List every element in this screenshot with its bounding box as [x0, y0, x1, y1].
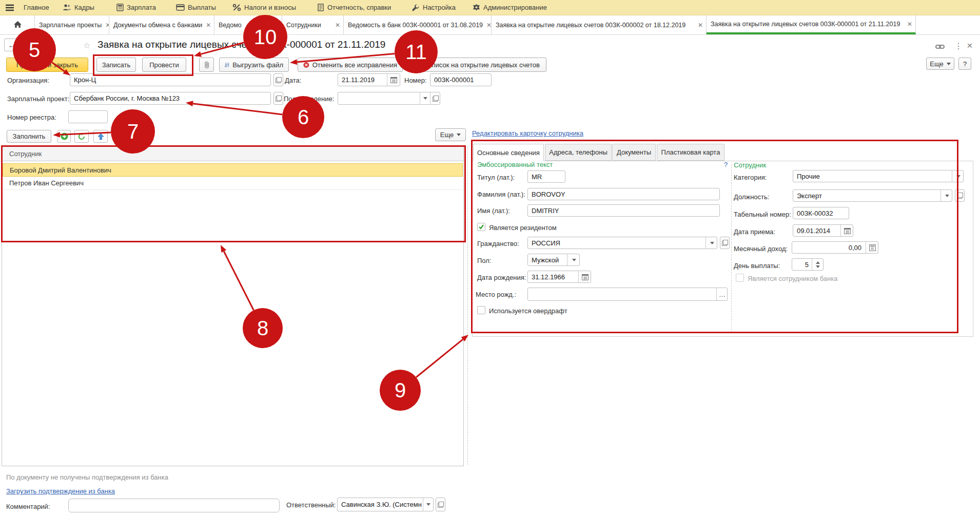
menu-item-8[interactable]: Администрирование [473, 0, 547, 15]
move-up-button[interactable] [93, 130, 108, 143]
tab-close-icon[interactable]: ✕ [334, 22, 340, 29]
menu-item-2[interactable]: Кадры [63, 0, 94, 15]
tab-close-icon[interactable]: ✕ [204, 22, 211, 29]
toolbar-more-button[interactable]: Еще [926, 58, 954, 70]
menu-item-3[interactable]: Зарплата [116, 0, 156, 15]
responsible-dropdown-button[interactable] [423, 498, 434, 511]
refresh-icon [77, 132, 86, 141]
window-tab-2[interactable]: Документы обмена с банками✕ [109, 15, 214, 34]
post-and-close-button[interactable]: Провести и закрыть [6, 58, 88, 72]
window-tab-3[interactable]: Ведомо [214, 15, 282, 34]
gear-icon [473, 4, 480, 11]
report-icon [317, 4, 324, 11]
project-open-button[interactable] [273, 92, 283, 105]
chevron-down-icon [423, 97, 427, 100]
more-dots-icon[interactable]: ⋮ [954, 41, 963, 51]
menu-item-5[interactable]: Налоги и взносы [232, 0, 296, 15]
window-tab-5[interactable]: Ведомость в банк 00ЗК-000001 от 31.08.20… [344, 15, 492, 34]
menu-item-6[interactable]: Отчетность, справки [317, 0, 391, 15]
project-label: Зарплатный проект: [7, 95, 69, 103]
tab-close-icon[interactable]: ✕ [104, 22, 109, 29]
comment-label: Комментарий: [6, 503, 50, 510]
calculator-icon [116, 4, 124, 11]
window-tab-6[interactable]: Заявка на открытие лицевых счетов 00ЗК-0… [492, 15, 707, 34]
hamburger-menu-button[interactable] [5, 0, 14, 15]
number-input[interactable]: 00ЗК-000001 [430, 73, 492, 86]
comment-input[interactable] [68, 499, 280, 512]
card-icon [176, 4, 185, 11]
page-title: Заявка на открытие лицевых счетов 00ЗК-0… [97, 39, 385, 50]
registry-label: Номер реестра: [7, 113, 56, 121]
annotation-arrow-6 [193, 104, 282, 115]
window-tab-0[interactable] [0, 15, 35, 34]
annotation-box-save-post [93, 54, 193, 76]
fill-button[interactable]: Заполнить [7, 130, 51, 143]
home-icon [13, 21, 22, 30]
splitter[interactable] [467, 146, 468, 465]
back-button[interactable]: ← [4, 39, 19, 51]
calendar-icon [390, 77, 397, 83]
open-icon [276, 96, 282, 102]
export-file-button[interactable]: Выгрузить файл [219, 58, 289, 72]
bank-confirm-status: По документу не получены подтверждения и… [6, 473, 168, 481]
window-close-icon[interactable]: ✕ [967, 42, 973, 50]
add-row-button[interactable] [57, 130, 71, 143]
department-open-button[interactable] [430, 92, 440, 104]
edit-employee-card-link[interactable]: Редактировать карточку сотрудника [472, 129, 583, 137]
responsible-combobox[interactable]: Савинская З.Ю. (Системн [337, 498, 434, 511]
get-link-icon[interactable] [935, 43, 945, 52]
date-input[interactable]: 21.11.2019 [338, 73, 400, 86]
department-dropdown-button[interactable] [420, 92, 430, 104]
annotation-arrowhead-10 [194, 51, 202, 57]
attach-button[interactable] [199, 58, 214, 72]
annotation-box-table [1, 145, 466, 242]
paperclip-icon [204, 61, 210, 69]
tab-close-icon[interactable]: ✕ [485, 22, 492, 29]
registry-input[interactable] [68, 110, 108, 123]
people-icon [63, 4, 71, 11]
menu-item-1[interactable]: Главное [24, 0, 49, 15]
chevron-down-icon [457, 133, 461, 136]
refresh-button[interactable] [74, 130, 89, 143]
open-icon [433, 96, 439, 102]
application-window: ГлавноеКадрыЗарплатаВыплатыНалоги и взно… [0, 0, 980, 515]
open-icon [276, 77, 282, 83]
window-tabbar: Зарплатные проекты✕Документы обмена с ба… [0, 15, 980, 35]
annotation-number-7: 7 [127, 120, 139, 143]
annotation-box-panel [471, 140, 958, 333]
back-icon: ← [8, 41, 16, 49]
menu-item-4[interactable]: Выплаты [176, 0, 216, 15]
menu-item-7[interactable]: Настройка [411, 0, 456, 15]
chevron-down-icon [947, 63, 951, 65]
add-icon [61, 132, 68, 140]
date-label: Дата: [285, 77, 301, 84]
project-combobox[interactable]: Сбербанк России, г. Москва №123 [70, 92, 271, 105]
hamburger-icon [5, 4, 14, 11]
list-icon [417, 61, 424, 69]
tab-close-icon[interactable]: ✕ [696, 22, 703, 29]
help-button[interactable]: ? [958, 58, 971, 70]
cancel-icon [303, 61, 309, 69]
department-combobox[interactable] [338, 92, 440, 105]
open-icon [438, 502, 444, 508]
window-tab-1[interactable]: Зарплатные проекты✕ [35, 15, 109, 34]
window-tab-4[interactable]: Сотрудники✕ [282, 15, 344, 34]
table-more-button[interactable]: Еще [435, 128, 466, 141]
open-accounts-list-button[interactable]: Список на открытие лицевых счетов [410, 58, 546, 72]
org-open-button[interactable] [273, 73, 283, 86]
load-confirmation-link[interactable]: Загрузить подтверждение из банка [6, 487, 115, 495]
number-label: Номер: [404, 77, 427, 84]
tab-close-icon[interactable]: ✕ [906, 21, 912, 28]
department-label: Подразделение: [284, 95, 334, 103]
wrench-icon [411, 4, 420, 11]
arrow-up-icon [97, 133, 104, 140]
responsible-label: Ответственный: [286, 501, 336, 509]
favorite-star-icon[interactable]: ☆ [83, 41, 90, 50]
window-tab-7[interactable]: Заявка на открытие лицевых счетов 00ЗК-0… [707, 15, 916, 34]
org-label: Организация: [7, 77, 49, 84]
date-calendar-button[interactable] [387, 74, 400, 86]
responsible-open-button[interactable] [436, 498, 445, 511]
cancel-fixes-button[interactable]: Отменить все исправления [298, 58, 403, 72]
annotation-arrowhead-11 [290, 59, 297, 65]
main-menubar: ГлавноеКадрыЗарплатаВыплатыНалоги и взно… [0, 0, 980, 15]
